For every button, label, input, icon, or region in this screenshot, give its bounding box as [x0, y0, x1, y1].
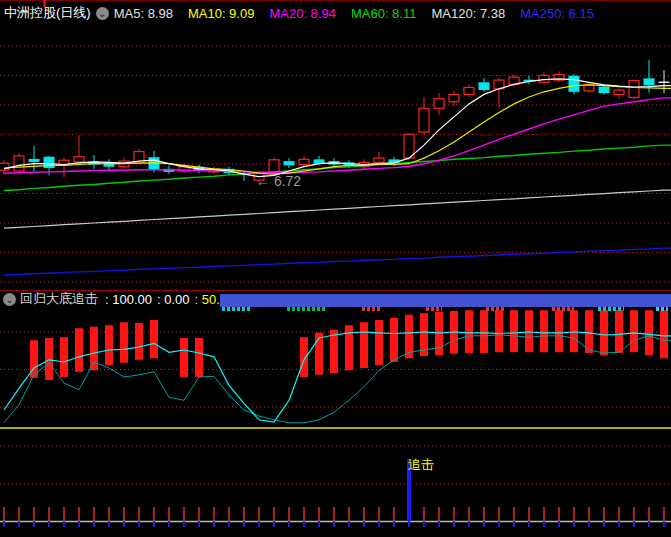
indicator-param-2: : 0.00 [157, 292, 190, 307]
indicator-title: 回归大底追击 [20, 290, 98, 308]
banner-fragment-8 [656, 307, 668, 311]
indicator-header: ⌄ 回归大底追击 : 100.00: 0.00: 50.00 [0, 291, 234, 307]
banner-fragment-6 [552, 307, 574, 311]
ma-label-2: MA10: 9.09 [188, 6, 255, 21]
ma-line-MA60 [4, 145, 671, 190]
collapse-chevron-icon[interactable]: ⌄ [96, 7, 109, 20]
ma-label-3: MA20: 8.94 [269, 6, 336, 21]
ma-label-4: MA60: 8.11 [351, 6, 417, 21]
bottom-tick-axis [0, 459, 671, 527]
signal-label: 追击 [408, 456, 434, 474]
signal-panel [0, 428, 671, 484]
ma-label-6: MA250: 6.15 [520, 6, 594, 21]
main-chart-header: 中洲控股(日线) ⌄ MA5: 8.98MA10: 9.09MA20: 8.94… [0, 0, 671, 26]
banner-fragment-4 [426, 307, 442, 311]
ma-line-MA10 [4, 85, 671, 174]
banner-fragment-1 [222, 307, 250, 311]
stock-chart-window: 中洲控股(日线) ⌄ MA5: 8.98MA10: 9.09MA20: 8.94… [0, 0, 671, 537]
indicator-collapse-chevron-icon[interactable]: ⌄ [3, 293, 16, 306]
banner-fragment-5 [486, 307, 506, 311]
banner-fragment-7 [598, 307, 624, 311]
banner-fragment-3 [362, 307, 382, 311]
indicator-params: : 100.00: 0.00: 50.00 [100, 292, 234, 307]
indicator-param-1: : 100.00 [105, 292, 152, 307]
ma-value-labels: MA5: 8.98MA10: 9.09MA20: 8.94MA60: 8.11M… [114, 6, 609, 21]
banner-fragment-2 [287, 307, 325, 311]
price-callout: ← 6.72 [256, 173, 301, 189]
frame-lines [0, 0, 671, 291]
ma-line-MA120 [4, 190, 671, 228]
ma-label-1: MA5: 8.98 [114, 6, 173, 21]
ad-banner[interactable] [220, 294, 671, 307]
ma-lines-layer [4, 79, 671, 275]
stock-title: 中洲控股(日线) [4, 4, 91, 22]
chart-canvas[interactable] [0, 0, 671, 537]
ma-label-5: MA120: 7.38 [431, 6, 505, 21]
